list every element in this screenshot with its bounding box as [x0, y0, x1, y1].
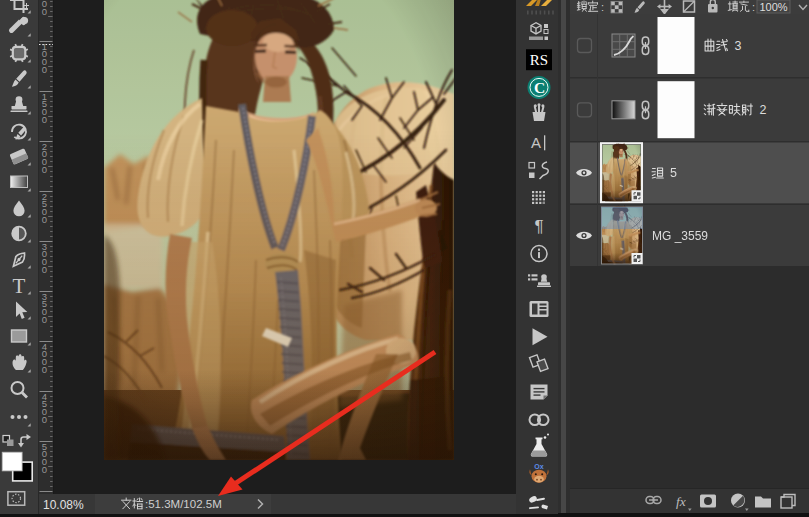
svg-text:0: 0	[42, 414, 47, 425]
svg-text:Ox: Ox	[534, 463, 543, 470]
svg-text:0: 0	[42, 164, 47, 175]
svg-text::: :	[601, 1, 604, 13]
svg-text:5: 5	[670, 166, 677, 180]
svg-text:C: C	[534, 79, 545, 96]
svg-text:2: 2	[760, 103, 767, 117]
svg-text:10.08%: 10.08%	[43, 498, 84, 512]
svg-text:fx: fx	[676, 494, 686, 509]
svg-text:0: 0	[42, 264, 47, 275]
svg-text:¶: ¶	[534, 217, 543, 236]
svg-text:T: T	[13, 274, 26, 298]
svg-text:100%: 100%	[759, 1, 787, 13]
svg-text:0: 0	[42, 114, 47, 125]
svg-text:0: 0	[42, 314, 47, 325]
svg-text:0: 0	[42, 214, 47, 225]
svg-text:A: A	[531, 134, 541, 151]
svg-text:MG _3559: MG _3559	[652, 229, 708, 243]
svg-text:0: 0	[42, 6, 47, 17]
svg-text:0: 0	[42, 464, 47, 475]
svg-text::: :	[752, 1, 755, 13]
svg-text:RS: RS	[530, 52, 548, 68]
svg-text:0: 0	[42, 364, 47, 375]
svg-text:0: 0	[42, 64, 47, 75]
svg-text:3: 3	[735, 39, 742, 53]
svg-text::51.3M/102.5M: :51.3M/102.5M	[145, 498, 222, 510]
